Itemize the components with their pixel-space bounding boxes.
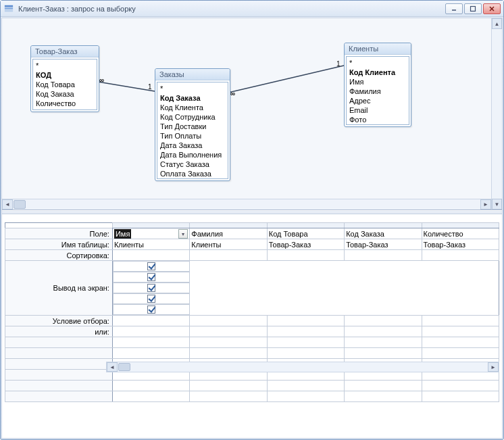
sort-cell[interactable]	[345, 250, 422, 261]
criteria-cell[interactable]	[345, 316, 422, 326]
maximize-button[interactable]	[464, 3, 482, 14]
row-blank	[5, 337, 499, 348]
row-sort: Сортировка:	[5, 250, 499, 261]
sort-cell[interactable]	[112, 250, 189, 261]
svg-rect-4	[471, 6, 476, 11]
field-star[interactable]: *	[34, 61, 95, 70]
table-card-zakazy[interactable]: Заказы * Код Заказа Код Клиента Код Сотр…	[155, 68, 230, 181]
table-card-klienty[interactable]: Клиенты * Код Клиента Имя Фамилия Адрес …	[344, 43, 411, 127]
field[interactable]: Код Товара	[34, 80, 95, 89]
diagram-horizontal-scrollbar[interactable]: ◄ ►	[2, 199, 491, 210]
row-table: Имя таблицы: Клиенты Клиенты Товар-Заказ…	[5, 239, 499, 250]
row-label-show: Вывод на экран:	[5, 261, 113, 316]
or-cell[interactable]	[422, 326, 499, 337]
field-pk[interactable]: Код Заказа	[159, 93, 226, 103]
row-or: или:	[5, 326, 499, 337]
field[interactable]: Тип Доставки	[159, 122, 226, 131]
diagram-vertical-scrollbar[interactable]: ▲ ▼	[491, 18, 502, 210]
or-cell[interactable]	[190, 326, 267, 337]
row-criteria: Условие отбора:	[5, 316, 499, 326]
titlebar[interactable]: Клиент-Заказ : запрос на выборку	[1, 1, 503, 17]
field-cell[interactable]: Фамилия	[190, 228, 267, 239]
field[interactable]: Количество	[34, 99, 95, 108]
chevron-left-icon: ◄	[5, 201, 10, 207]
field-star[interactable]: *	[348, 58, 407, 68]
minimize-button[interactable]	[445, 3, 463, 14]
field[interactable]: Имя	[348, 77, 407, 87]
field-cell[interactable]: Количество	[422, 228, 499, 239]
table-fields[interactable]: * Код Заказа Код Клиента Код Сотрудника …	[157, 82, 228, 179]
field-cell[interactable]: Код Товара	[267, 228, 344, 239]
table-cell[interactable]: Клиенты	[190, 239, 267, 250]
or-cell[interactable]	[267, 326, 344, 337]
sort-cell[interactable]	[422, 250, 499, 261]
column-selector-strip[interactable]	[5, 223, 499, 228]
close-button[interactable]	[483, 3, 501, 14]
show-checkbox[interactable]	[113, 261, 190, 272]
field[interactable]: Тип Оплаты	[159, 131, 226, 141]
selected-field-value: Имя	[114, 229, 131, 239]
field[interactable]: Дата Выполнения	[159, 150, 226, 160]
svg-rect-2	[5, 9, 13, 11]
criteria-cell[interactable]	[422, 316, 499, 326]
field-pk[interactable]: КОД	[34, 70, 95, 80]
table-title: Клиенты	[345, 43, 411, 55]
query-design-grid[interactable]: Поле: Имя ▾ Фамилия Код Товара Код Заказ…	[5, 222, 499, 402]
field[interactable]: Код Сотрудника	[159, 112, 226, 122]
show-checkbox[interactable]	[113, 304, 190, 315]
scroll-up-button[interactable]: ▲	[492, 18, 502, 29]
scroll-thumb[interactable]	[14, 200, 26, 209]
show-checkbox[interactable]	[113, 293, 190, 304]
table-card-tovar-zakaz[interactable]: Товар-Заказ * КОД Код Товара Код Заказа …	[30, 45, 99, 112]
window-title: Клиент-Заказ : запрос на выборку	[18, 5, 136, 13]
relationships-pane[interactable]: ∞ 1 ∞ 1 Товар-Заказ * КОД Код Товара Код…	[2, 18, 502, 210]
table-cell[interactable]: Товар-Заказ	[345, 239, 422, 250]
show-checkbox[interactable]	[113, 272, 190, 283]
field-cell[interactable]: Код Заказа	[345, 228, 422, 239]
relation-many-label: ∞	[230, 90, 235, 97]
field[interactable]: Код Клиента	[159, 103, 226, 112]
query-grid-pane: Поле: Имя ▾ Фамилия Код Товара Код Заказ…	[2, 214, 502, 438]
table-fields[interactable]: * КОД Код Товара Код Заказа Количество	[32, 59, 97, 110]
relation-one-label: 1	[148, 83, 152, 91]
criteria-cell[interactable]	[112, 316, 189, 326]
row-blank	[5, 391, 499, 402]
row-field: Поле: Имя ▾ Фамилия Код Товара Код Заказ…	[5, 228, 499, 239]
table-fields[interactable]: * Код Клиента Имя Фамилия Адрес Email Фо…	[346, 56, 409, 125]
scroll-right-button[interactable]: ►	[488, 362, 499, 372]
sort-cell[interactable]	[190, 250, 267, 261]
scroll-left-button[interactable]: ◄	[107, 362, 118, 372]
field-cell[interactable]: Имя ▾	[112, 228, 189, 239]
scroll-right-button[interactable]: ►	[480, 199, 491, 210]
field[interactable]: Код Заказа	[34, 89, 95, 99]
scroll-thumb[interactable]	[118, 363, 130, 371]
client-area: ∞ 1 ∞ 1 Товар-Заказ * КОД Код Товара Код…	[1, 18, 503, 439]
criteria-cell[interactable]	[190, 316, 267, 326]
table-cell[interactable]: Товар-Заказ	[422, 239, 499, 250]
field[interactable]: Оплата Заказа	[159, 169, 226, 178]
row-label-criteria: Условие отбора:	[5, 316, 113, 326]
query-design-window: Клиент-Заказ : запрос на выборку ∞ 1 ∞ 1…	[0, 0, 504, 440]
or-cell[interactable]	[345, 326, 422, 337]
criteria-cell[interactable]	[267, 316, 344, 326]
dropdown-button[interactable]: ▾	[178, 229, 188, 239]
field-pk[interactable]: Код Клиента	[348, 68, 407, 77]
field[interactable]: Дата Заказа	[159, 141, 226, 150]
field[interactable]: Адрес	[348, 96, 407, 105]
scroll-left-button[interactable]: ◄	[2, 199, 13, 210]
sort-cell[interactable]	[267, 250, 344, 261]
grid-horizontal-scrollbar[interactable]: ◄ ►	[106, 362, 499, 372]
or-cell[interactable]	[112, 326, 189, 337]
field[interactable]: Фото	[348, 115, 407, 124]
field-star[interactable]: *	[159, 84, 226, 93]
chevron-right-icon: ►	[490, 364, 496, 370]
scroll-down-button[interactable]: ▼	[492, 199, 502, 210]
field[interactable]: Статус Заказа	[159, 160, 226, 169]
table-cell[interactable]: Товар-Заказ	[267, 239, 344, 250]
show-checkbox[interactable]	[113, 283, 190, 293]
field[interactable]: Фамилия	[348, 87, 407, 96]
field[interactable]: Email	[348, 105, 407, 115]
row-blank	[5, 381, 499, 391]
table-cell[interactable]: Клиенты	[112, 239, 189, 250]
chevron-left-icon: ◄	[109, 364, 115, 370]
